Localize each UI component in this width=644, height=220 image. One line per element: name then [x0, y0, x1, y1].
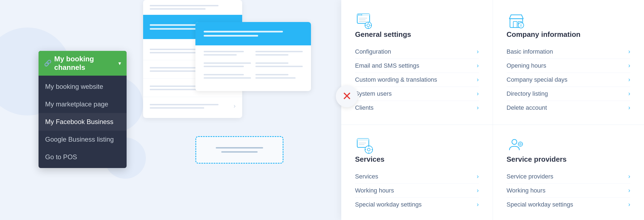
- dropdown-header-label: My booking channels: [54, 55, 116, 72]
- service-providers-icon: [507, 136, 526, 155]
- dropdown-item-pos[interactable]: Go to POS: [39, 148, 127, 166]
- general-settings-icon: [355, 11, 374, 30]
- drop-zone-line-1: [216, 147, 263, 148]
- settings-item-system-users[interactable]: System users ›: [355, 87, 479, 101]
- settings-item-company-special-days[interactable]: Company special days ›: [507, 73, 631, 87]
- link-icon: 🔗: [44, 60, 51, 67]
- mock-detail-line: [204, 74, 244, 75]
- settings-item-custom-wording[interactable]: Custom wording & translations ›: [355, 73, 479, 87]
- settings-item-provider-working-hours[interactable]: Working hours ›: [507, 184, 631, 198]
- chevron-right-icon: ›: [477, 62, 479, 69]
- company-information-icon: i: [507, 11, 526, 30]
- chevron-right-icon: ›: [628, 90, 630, 97]
- mock-line: [150, 5, 219, 6]
- chevron-right-icon: ›: [477, 201, 479, 208]
- mock-detail-line: [204, 54, 237, 56]
- chevron-right-icon: ›: [477, 48, 479, 55]
- svg-point-26: [365, 146, 373, 153]
- chevron-right-icon: ›: [477, 76, 479, 83]
- chevron-right-icon: ›: [477, 90, 479, 97]
- mock-list-item-4: ›: [143, 97, 242, 115]
- service-providers-card: Service providers Service providers › Wo…: [493, 125, 644, 220]
- settings-item-configuration[interactable]: Configuration ›: [355, 45, 479, 59]
- services-icon: [355, 136, 374, 155]
- chevron-right-icon: ›: [628, 62, 630, 69]
- svg-point-32: [512, 139, 517, 144]
- chevron-right-icon: ›: [477, 104, 479, 111]
- mock-line: [150, 8, 206, 10]
- mock-detail-line: [204, 66, 244, 67]
- mock-detail-line: [255, 62, 288, 64]
- settings-item-clients[interactable]: Clients ›: [355, 101, 479, 115]
- settings-item-directory-listing[interactable]: Directory listing ›: [507, 87, 631, 101]
- company-information-card: i Company information Basic information …: [493, 0, 644, 125]
- x-mark-symbol: ✕: [342, 90, 352, 102]
- mock-line: [150, 104, 219, 105]
- drop-zone[interactable]: [195, 136, 283, 164]
- dropdown-item-marketplace[interactable]: My marketplace page: [39, 95, 127, 113]
- mock-detail-line: [204, 51, 244, 52]
- chevron-right-icon: ›: [628, 48, 630, 55]
- booking-channels-dropdown: 🔗 My booking channels ▾ My booking websi…: [39, 51, 127, 168]
- mock-line: [150, 107, 204, 109]
- dropdown-item-facebook[interactable]: My Facebook Business: [39, 113, 127, 131]
- svg-point-34: [520, 143, 521, 145]
- x-mark-circle: ✕: [336, 85, 358, 107]
- mock-detail-row-3: [204, 74, 303, 81]
- general-settings-title: General settings: [355, 30, 479, 39]
- chevron-right-icon: ›: [628, 187, 630, 194]
- svg-point-5: [359, 14, 361, 15]
- settings-item-special-workday[interactable]: Special workday settings ›: [355, 198, 479, 211]
- mock-item-chevron: ›: [234, 103, 236, 110]
- mock-detail-body: [195, 45, 311, 91]
- mock-detail-header: [195, 22, 311, 45]
- dropdown-arrow-icon: ▾: [118, 60, 121, 67]
- dropdown-header[interactable]: 🔗 My booking channels ▾: [39, 51, 127, 76]
- svg-rect-3: [357, 14, 370, 16]
- center-area: › › ›: [135, 0, 333, 220]
- dropdown-item-booking-website[interactable]: My booking website: [39, 78, 127, 95]
- svg-rect-18: [513, 21, 517, 28]
- chevron-right-icon: ›: [477, 173, 479, 180]
- mock-detail-line: [204, 77, 251, 79]
- settings-item-service-providers[interactable]: Service providers ›: [507, 170, 631, 184]
- company-info-title: Company information: [507, 30, 631, 39]
- chevron-right-icon: ›: [628, 76, 630, 83]
- drop-zone-line-2: [221, 151, 258, 153]
- mock-detail-line: [255, 51, 303, 52]
- svg-text:i: i: [520, 23, 522, 28]
- mock-detail-line: [204, 62, 251, 64]
- settings-item-provider-special-workday[interactable]: Special workday settings ›: [507, 198, 631, 211]
- mock-detail-row-1: [204, 51, 303, 57]
- dropdown-items-list: My booking website My marketplace page M…: [39, 76, 127, 168]
- settings-item-delete-account[interactable]: Delete account ›: [507, 101, 631, 115]
- mock-list-item-top: [143, 0, 242, 15]
- svg-point-6: [361, 14, 362, 15]
- mock-detail-header-line-1: [204, 31, 283, 32]
- chevron-right-icon: ›: [477, 187, 479, 194]
- settings-item-opening-hours[interactable]: Opening hours ›: [507, 59, 631, 73]
- mock-detail-line: [255, 54, 288, 56]
- svg-rect-23: [357, 139, 369, 141]
- svg-point-4: [358, 14, 359, 15]
- mock-detail-line: [255, 66, 303, 67]
- settings-item-email-sms[interactable]: Email and SMS settings ›: [355, 59, 479, 73]
- mock-detail-line: [255, 77, 296, 79]
- mock-detail-panel: [195, 22, 311, 91]
- dropdown-item-google[interactable]: Google Business listing: [39, 131, 127, 148]
- chevron-right-icon: ›: [628, 173, 630, 180]
- mock-detail-line: [255, 74, 288, 75]
- settings-item-basic-info[interactable]: Basic information ›: [507, 45, 631, 59]
- services-title: Services: [355, 155, 479, 164]
- settings-panel: General settings Configuration › Email a…: [341, 0, 644, 220]
- chevron-right-icon: ›: [628, 104, 630, 111]
- mock-detail-header-line-2: [204, 35, 258, 37]
- service-providers-title: Service providers: [507, 155, 631, 164]
- services-card: Services Services › Working hours › Spec…: [341, 125, 493, 220]
- mock-detail-row-2: [204, 62, 303, 69]
- chevron-right-icon: ›: [628, 201, 630, 208]
- settings-item-working-hours[interactable]: Working hours ›: [355, 184, 479, 198]
- svg-point-33: [518, 142, 523, 146]
- settings-item-services[interactable]: Services ›: [355, 170, 479, 184]
- general-settings-card: General settings Configuration › Email a…: [341, 0, 493, 125]
